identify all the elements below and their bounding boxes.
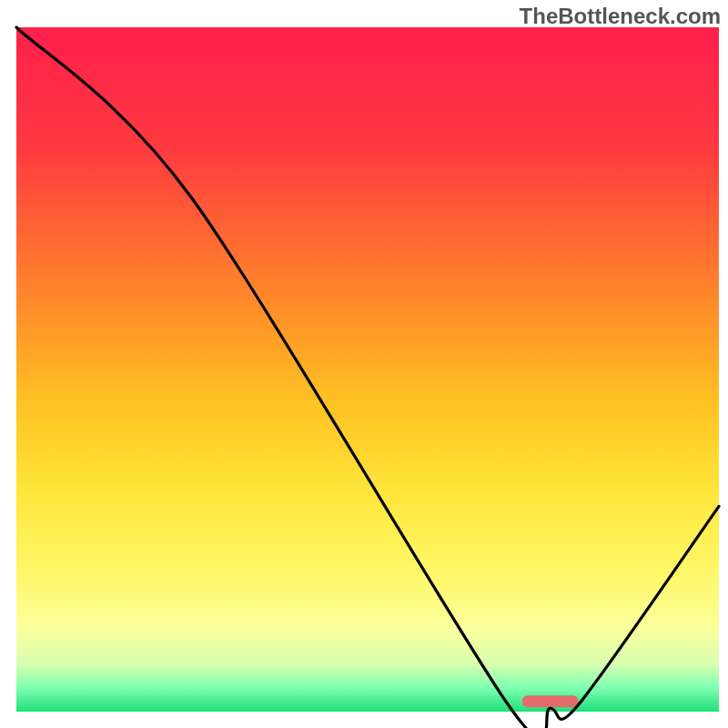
chart-svg (0, 0, 728, 728)
highlight-segment (522, 695, 579, 707)
chart-container: TheBottleneck.com (0, 0, 728, 728)
gradient-background (16, 27, 719, 712)
plot-area (16, 27, 719, 728)
watermark-text: TheBottleneck.com (520, 4, 721, 29)
